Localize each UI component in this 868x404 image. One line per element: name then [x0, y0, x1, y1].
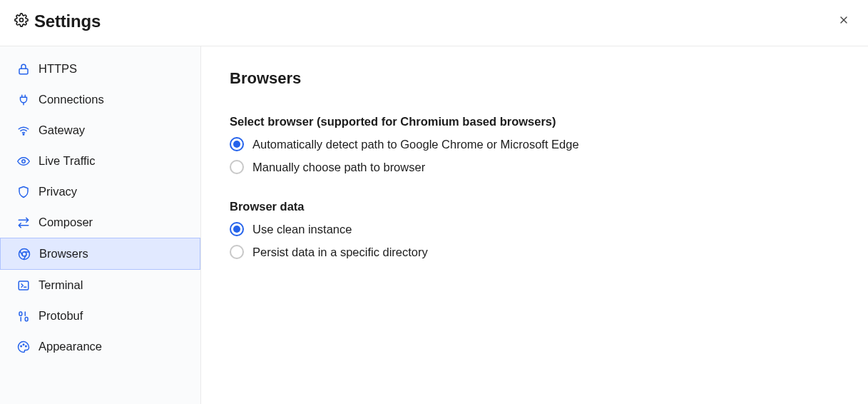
radio-indicator: [230, 222, 244, 236]
radio-persist-dir[interactable]: Persist data in a specific directory: [230, 245, 839, 259]
section-browser-data: Browser data Use clean instance Persist …: [230, 200, 839, 259]
sidebar-item-appearance[interactable]: Appearance: [0, 331, 200, 362]
shield-icon: [17, 186, 30, 198]
svg-rect-3: [19, 69, 28, 74]
content-heading: Browsers: [230, 69, 839, 88]
radio-label: Manually choose path to browser: [252, 161, 425, 174]
svg-point-5: [22, 159, 26, 163]
radio-manual-path[interactable]: Manually choose path to browser: [230, 160, 839, 174]
sidebar-item-composer[interactable]: Composer: [0, 207, 200, 238]
gear-icon: [14, 13, 29, 30]
terminal-icon: [17, 279, 30, 292]
sidebar-item-protobuf[interactable]: Protobuf: [0, 301, 200, 331]
radio-label: Persist data in a specific directory: [252, 246, 428, 259]
sidebar-item-terminal[interactable]: Terminal: [0, 270, 200, 301]
sidebar-item-label: Browsers: [39, 247, 88, 261]
settings-window: Settings HTTPS Connections: [0, 0, 868, 404]
sidebar-item-connections[interactable]: Connections: [0, 84, 200, 115]
svg-rect-15: [25, 317, 28, 320]
svg-rect-13: [19, 312, 22, 315]
sidebar-item-https[interactable]: HTTPS: [0, 54, 200, 84]
lock-icon: [17, 63, 30, 76]
svg-point-18: [23, 343, 24, 345]
sidebar-item-label: Live Traffic: [39, 154, 95, 168]
content: Browsers Select browser (supported for C…: [200, 46, 868, 404]
radio-indicator: [230, 160, 244, 174]
eye-icon: [17, 155, 30, 168]
svg-point-17: [21, 345, 22, 347]
radio-auto-detect[interactable]: Automatically detect path to Google Chro…: [230, 137, 839, 151]
svg-point-0: [20, 19, 24, 22]
section-select-browser: Select browser (supported for Chromium b…: [230, 115, 839, 174]
wifi-icon: [17, 124, 30, 137]
titlebar: Settings: [0, 0, 868, 46]
chrome-icon: [18, 248, 31, 261]
close-icon: [838, 14, 849, 29]
radio-label: Use clean instance: [252, 223, 352, 236]
radio-indicator: [230, 245, 244, 259]
radio-indicator: [230, 137, 244, 151]
sidebar-item-live-traffic[interactable]: Live Traffic: [0, 146, 200, 176]
sidebar-item-privacy[interactable]: Privacy: [0, 176, 200, 207]
swap-icon: [17, 216, 30, 229]
section-label: Browser data: [230, 200, 839, 213]
sidebar-item-gateway[interactable]: Gateway: [0, 115, 200, 146]
svg-point-19: [26, 345, 27, 347]
sidebar-item-label: Appearance: [39, 340, 102, 353]
radio-label: Automatically detect path to Google Chro…: [252, 138, 579, 151]
sidebar-item-label: Composer: [39, 216, 93, 229]
section-label: Select browser (supported for Chromium b…: [230, 115, 839, 128]
page-title: Settings: [34, 11, 101, 31]
sidebar: HTTPS Connections Gateway Live Traffic: [0, 46, 200, 404]
body: HTTPS Connections Gateway Live Traffic: [0, 46, 868, 404]
sidebar-item-label: Connections: [39, 93, 104, 106]
sidebar-item-label: Protobuf: [39, 309, 83, 323]
palette-icon: [17, 340, 30, 353]
binary-icon: [17, 310, 30, 323]
svg-point-4: [23, 133, 24, 135]
sidebar-item-label: HTTPS: [39, 62, 77, 76]
sidebar-item-label: Privacy: [39, 185, 77, 198]
titlebar-left: Settings: [14, 11, 101, 31]
plug-icon: [17, 94, 30, 106]
radio-clean-instance[interactable]: Use clean instance: [230, 222, 839, 236]
close-button[interactable]: [832, 10, 855, 33]
sidebar-item-browsers[interactable]: Browsers: [0, 238, 200, 270]
sidebar-item-label: Terminal: [39, 278, 83, 292]
sidebar-item-label: Gateway: [39, 123, 85, 137]
